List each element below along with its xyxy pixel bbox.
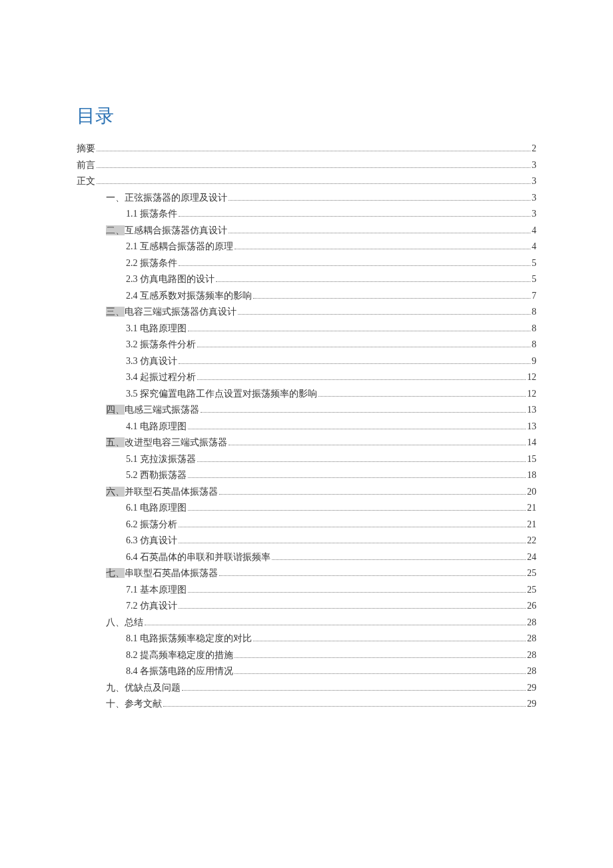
- toc-entry-page: 3: [532, 206, 536, 223]
- toc-entry[interactable]: 正文3: [77, 173, 536, 190]
- toc-entry-label: 8.1 电路振荡频率稳定度的对比: [126, 631, 252, 647]
- toc-entry-page: 21: [527, 517, 536, 533]
- toc-leader-dots: [97, 183, 530, 184]
- toc-entry[interactable]: 五、改进型电容三端式振荡器14: [77, 435, 536, 451]
- toc-entry-label: 四、电感三端式振荡器: [106, 402, 199, 419]
- toc-entry[interactable]: 7.2 仿真设计26: [77, 598, 536, 615]
- toc-entry[interactable]: 6.2 振荡分析21: [77, 517, 536, 533]
- toc-entry[interactable]: 2.3 仿真电路图的设计5: [77, 271, 536, 288]
- toc-highlight-prefix: 六、: [106, 487, 125, 497]
- toc-entry-page: 20: [527, 484, 536, 501]
- toc-entry-label: 3.2 振荡条件分析: [126, 337, 196, 353]
- toc-leader-dots: [188, 477, 526, 478]
- toc-entry-label: 7.1 基本原理图: [126, 582, 187, 599]
- toc-entry[interactable]: 6.3 仿真设计22: [77, 533, 536, 549]
- toc-entry-label: 前言: [77, 157, 95, 174]
- toc-entry-page: 28: [527, 615, 536, 631]
- toc-entry-page: 3: [532, 190, 536, 207]
- toc-entry[interactable]: 7.1 基本原理图25: [77, 582, 536, 599]
- toc-entry-page: 2: [532, 141, 536, 157]
- toc-highlight-prefix: 七、: [106, 568, 125, 578]
- toc-entry[interactable]: 2.1 互感耦合振荡器的原理4: [77, 239, 536, 255]
- toc-entry[interactable]: 二、互感耦合振荡器仿真设计4: [77, 223, 536, 239]
- toc-entry-label: 九、优缺点及问题: [106, 680, 181, 697]
- toc-entry[interactable]: 8.4 各振荡电路的应用情况28: [77, 663, 536, 680]
- toc-entry[interactable]: 5.1 克拉泼振荡器15: [77, 451, 536, 468]
- toc-entry-label: 一、正弦振荡器的原理及设计: [106, 190, 227, 207]
- toc-entry[interactable]: 3.4 起振过程分析12: [77, 369, 536, 386]
- toc-entry[interactable]: 摘要2: [77, 141, 536, 157]
- toc-entry-label: 3.5 探究偏置电路工作点设置对振荡频率的影响: [126, 386, 317, 403]
- toc-entry-label: 七、串联型石英晶体振荡器: [106, 565, 218, 582]
- toc-entry-label: 五、改进型电容三端式振荡器: [106, 435, 227, 451]
- toc-entry-label: 2.4 互感系数对振荡频率的影响: [126, 288, 252, 305]
- toc-entry-label: 二、互感耦合振荡器仿真设计: [106, 223, 227, 239]
- toc-entry-page: 8: [532, 304, 536, 321]
- toc-entry-label: 摘要: [77, 141, 95, 157]
- toc-entry-label: 8.2 提高频率稳定度的措施: [126, 647, 233, 664]
- toc-leader-dots: [97, 151, 530, 151]
- toc-entry[interactable]: 3.1 电路原理图8: [77, 321, 536, 337]
- toc-entry-page: 5: [532, 255, 536, 272]
- toc-leader-dots: [318, 396, 526, 397]
- toc-entry-label: 5.2 西勒振荡器: [126, 467, 187, 484]
- toc-entry-page: 3: [532, 173, 536, 190]
- toc-entry[interactable]: 2.4 互感系数对振荡频率的影响7: [77, 288, 536, 305]
- toc-leader-dots: [219, 494, 526, 495]
- toc-leader-dots: [229, 200, 530, 201]
- toc-leader-dots: [235, 249, 530, 249]
- toc-entry[interactable]: 5.2 西勒振荡器18: [77, 467, 536, 484]
- toc-leader-dots: [238, 314, 530, 315]
- toc-leader-dots: [145, 625, 526, 625]
- toc-leader-dots: [197, 347, 530, 347]
- toc-leader-dots: [179, 608, 526, 609]
- toc-leader-dots: [272, 559, 526, 560]
- toc-entry-page: 13: [527, 402, 536, 419]
- toc-entry[interactable]: 七、串联型石英晶体振荡器25: [77, 565, 536, 582]
- toc-entry[interactable]: 6.1 电路原理图21: [77, 500, 536, 517]
- toc-entry-label: 3.3 仿真设计: [126, 353, 177, 370]
- toc-entry-page: 5: [532, 271, 536, 288]
- toc-leader-dots: [201, 412, 526, 413]
- toc-entry-label: 8.4 各振荡电路的应用情况: [126, 663, 233, 680]
- toc-entry[interactable]: 八、总结28: [77, 615, 536, 631]
- toc-entry[interactable]: 3.5 探究偏置电路工作点设置对振荡频率的影响12: [77, 386, 536, 403]
- toc-entry[interactable]: 三、电容三端式振荡器仿真设计8: [77, 304, 536, 321]
- toc-leader-dots: [253, 641, 526, 641]
- toc-leader-dots: [179, 363, 530, 364]
- toc-leader-dots: [179, 527, 526, 527]
- toc-entry[interactable]: 九、优缺点及问题29: [77, 680, 536, 697]
- toc-entry[interactable]: 4.1 电路原理图13: [77, 419, 536, 435]
- toc-entry[interactable]: 前言3: [77, 157, 536, 174]
- toc-leader-dots: [235, 673, 526, 674]
- toc-entry-page: 29: [527, 680, 536, 697]
- toc-entry[interactable]: 四、电感三端式振荡器13: [77, 402, 536, 419]
- toc-title: 目录: [77, 103, 536, 129]
- toc-leader-dots: [188, 510, 526, 511]
- toc-entry[interactable]: 十、参考文献29: [77, 696, 536, 713]
- toc-entry[interactable]: 1.1 振荡条件3: [77, 206, 536, 223]
- toc-leader-dots: [229, 445, 526, 445]
- toc-entry-page: 3: [532, 157, 536, 174]
- toc-entry-label: 三、电容三端式振荡器仿真设计: [106, 304, 237, 321]
- toc-entry-page: 4: [532, 223, 536, 239]
- toc-entry-page: 28: [527, 631, 536, 647]
- toc-entry[interactable]: 3.2 振荡条件分析8: [77, 337, 536, 353]
- toc-highlight-prefix: 五、: [106, 437, 125, 447]
- toc-entry[interactable]: 8.2 提高频率稳定度的措施28: [77, 647, 536, 664]
- toc-leader-dots: [179, 216, 530, 217]
- toc-entry-page: 18: [527, 467, 536, 484]
- toc-entry-page: 12: [527, 369, 536, 386]
- toc-entry-page: 26: [527, 598, 536, 615]
- toc-entry[interactable]: 2.2 振荡条件5: [77, 255, 536, 272]
- toc-entry-page: 29: [527, 696, 536, 713]
- toc-entry[interactable]: 8.1 电路振荡频率稳定度的对比28: [77, 631, 536, 647]
- toc-entry[interactable]: 一、正弦振荡器的原理及设计3: [77, 190, 536, 207]
- toc-entry[interactable]: 3.3 仿真设计9: [77, 353, 536, 370]
- toc-entry-page: 8: [532, 337, 536, 353]
- toc-entry-label: 六、并联型石英晶体振荡器: [106, 484, 218, 501]
- toc-entry[interactable]: 6.4 石英晶体的串联和并联谐振频率24: [77, 549, 536, 566]
- toc-entry[interactable]: 六、并联型石英晶体振荡器20: [77, 484, 536, 501]
- toc-leader-dots: [179, 265, 530, 266]
- toc-entry-label: 6.2 振荡分析: [126, 517, 177, 533]
